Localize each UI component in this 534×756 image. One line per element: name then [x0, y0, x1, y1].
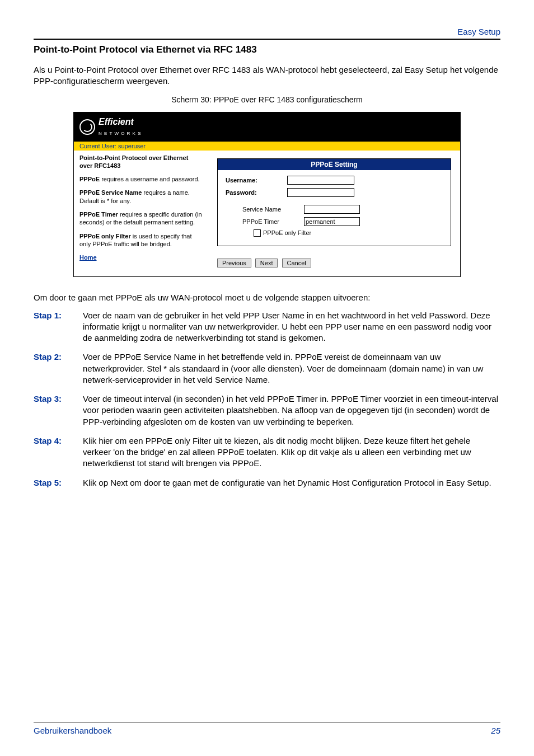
left-help-timer: PPPoE Timer requires a specific duration…	[79, 210, 203, 227]
pppoe-settings-panel: PPPoE Setting Username: Password: Servi	[217, 158, 451, 246]
figure-topbar: Efficient N E T W O R K S	[74, 112, 460, 142]
step-text: Voer de PPPoE Service Name in het betref…	[83, 351, 500, 386]
previous-button[interactable]: Previous	[217, 259, 251, 267]
step-text: Voer de naam van de gebruiker in het vel…	[83, 310, 500, 344]
brand-name: Efficient	[99, 117, 134, 126]
steps-intro: Om door te gaan met PPPoE als uw WAN-pro…	[34, 293, 500, 302]
cancel-button[interactable]: Cancel	[282, 259, 311, 267]
timer-label: PPPoE Timer	[242, 218, 304, 225]
step-label: Stap 1:	[34, 310, 83, 344]
brand-subtext: N E T W O R K S	[99, 131, 142, 136]
timer-input[interactable]: permanent	[304, 217, 360, 226]
service-name-input[interactable]	[304, 205, 360, 214]
password-label: Password:	[226, 189, 287, 196]
pppoe-only-filter-checkbox[interactable]	[254, 229, 261, 237]
panel-header: PPPoE Setting	[218, 159, 451, 170]
left-help-service-name: PPPoE Service Name requires a name. Defa…	[79, 189, 203, 205]
step-text: Voer de timeout interval (in seconden) i…	[83, 393, 500, 428]
username-input[interactable]	[287, 176, 354, 185]
intro-paragraph: Als u Point-to-Point Protocol over Ether…	[34, 64, 500, 87]
username-label: Username:	[226, 177, 287, 184]
figure-caption: Scherm 30: PPPoE over RFC 1483 configura…	[34, 95, 500, 104]
current-user-bar: Current User: superuser	[74, 142, 460, 151]
pppoe-only-filter-label: PPPoE only Filter	[263, 229, 311, 236]
brand-swirl-icon	[79, 119, 95, 135]
page-footer: Gebruikershandboek 25	[0, 722, 534, 752]
footer-book-title: Gebruikershandboek	[34, 726, 111, 735]
header-rule	[34, 39, 500, 40]
step-text: Klik op Next om door te gaan met de conf…	[83, 477, 500, 489]
left-help-filter: PPPoE only Filter is used to specify tha…	[79, 232, 203, 248]
figure-left-panel: Point-to-Point Protocol over Ethernet ov…	[74, 151, 208, 276]
service-name-label: Service Name	[242, 206, 304, 213]
step-text: Klik hier om een PPPoE only Filter uit t…	[83, 435, 500, 469]
left-help-pppoe: PPPoE requires a username and password.	[79, 175, 203, 183]
left-panel-title: Point-to-Point Protocol over Ethernet ov…	[79, 154, 203, 170]
brand-logo: Efficient N E T W O R K S	[79, 117, 455, 137]
home-link[interactable]: Home	[79, 254, 97, 261]
step-label: Stap 3:	[34, 393, 83, 428]
step-label: Stap 4:	[34, 435, 83, 469]
steps-list: Stap 1: Voer de naam van de gebruiker in…	[34, 310, 500, 489]
breadcrumb: Easy Setup	[34, 27, 500, 36]
step-label: Stap 5:	[34, 477, 83, 489]
step-label: Stap 2:	[34, 351, 83, 386]
footer-page-number: 25	[491, 726, 500, 735]
section-title: Point-to-Point Protocol via Ethernet via…	[34, 44, 500, 55]
next-button[interactable]: Next	[255, 259, 278, 267]
password-input[interactable]	[287, 188, 354, 197]
figure-right-panel: PPPoE Setting Username: Password: Servi	[208, 151, 460, 276]
router-config-figure: Efficient N E T W O R K S Current User: …	[73, 112, 461, 277]
